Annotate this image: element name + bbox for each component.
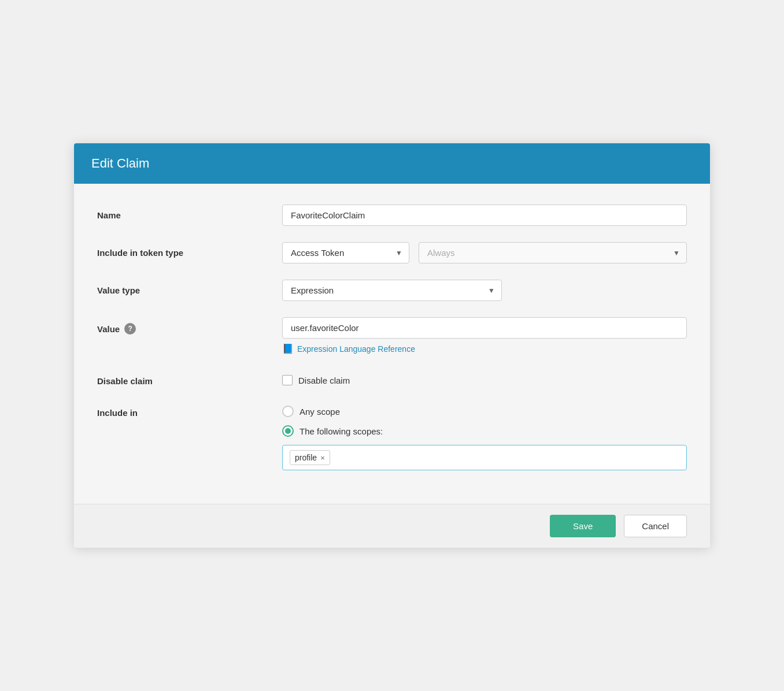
modal-header: Edit Claim [74, 143, 710, 184]
token-frequency-select-wrapper: Always ▼ [419, 242, 687, 263]
name-field-area [282, 205, 687, 226]
token-type-row: Include in token type Access Token ID To… [97, 242, 687, 263]
modal-footer: Save Cancel [74, 504, 710, 548]
scopes-input-area[interactable]: profile × [282, 445, 687, 470]
disable-claim-checkbox[interactable] [282, 375, 293, 385]
scope-radio-group: Any scope The following scopes: [282, 402, 687, 437]
save-button[interactable]: Save [550, 515, 616, 537]
following-scopes-radio-label: The following scopes: [299, 426, 383, 436]
any-scope-radio-row[interactable]: Any scope [282, 406, 687, 417]
disable-claim-row: Disable claim Disable claim [97, 370, 687, 386]
include-in-row: Include in Any scope The following scope… [97, 402, 687, 470]
scope-tag-profile: profile × [290, 450, 330, 465]
name-label: Name [97, 205, 282, 220]
book-icon: 📘 [282, 343, 294, 354]
value-type-select-wrapper: Expression Constant Claim ▼ [282, 280, 502, 301]
value-type-row: Value type Expression Constant Claim ▼ [97, 280, 687, 301]
value-input[interactable] [282, 317, 687, 339]
token-type-select-row: Access Token ID Token Userinfo ▼ Always … [282, 242, 687, 263]
value-control-area: 📘 Expression Language Reference [282, 317, 687, 354]
disable-claim-checkbox-row: Disable claim [282, 370, 687, 385]
expression-language-link[interactable]: 📘 Expression Language Reference [282, 343, 687, 354]
token-type-select-wrapper: Access Token ID Token Userinfo ▼ [282, 242, 409, 263]
following-scopes-radio[interactable] [282, 425, 294, 437]
token-type-select[interactable]: Access Token ID Token Userinfo [282, 242, 409, 263]
name-row: Name [97, 205, 687, 226]
disable-claim-control-area: Disable claim [282, 370, 687, 385]
include-in-control-area: Any scope The following scopes: profile … [282, 402, 687, 470]
any-scope-radio[interactable] [282, 406, 294, 417]
token-type-label: Include in token type [97, 242, 282, 258]
following-scopes-radio-row[interactable]: The following scopes: [282, 425, 687, 437]
token-type-controls: Access Token ID Token Userinfo ▼ Always … [282, 242, 687, 263]
modal-body: Name Include in token type Access Token … [74, 184, 710, 504]
disable-claim-checkbox-label: Disable claim [298, 376, 350, 385]
expression-link-text: Expression Language Reference [297, 344, 415, 354]
value-type-select[interactable]: Expression Constant Claim [282, 280, 502, 301]
scope-tag-profile-remove[interactable]: × [320, 454, 325, 462]
any-scope-radio-label: Any scope [299, 407, 340, 417]
include-in-label: Include in [97, 402, 282, 418]
value-row: Value ? 📘 Expression Language Reference [97, 317, 687, 354]
value-type-control-area: Expression Constant Claim ▼ [282, 280, 687, 301]
value-type-label: Value type [97, 280, 282, 295]
value-label-text: Value [97, 324, 120, 334]
disable-claim-label: Disable claim [97, 370, 282, 386]
token-frequency-select[interactable]: Always [419, 242, 687, 263]
modal-title: Edit Claim [91, 156, 693, 171]
cancel-button[interactable]: Cancel [624, 515, 687, 537]
name-input[interactable] [282, 205, 687, 226]
value-help-icon[interactable]: ? [124, 323, 136, 335]
value-label: Value ? [97, 317, 282, 335]
edit-claim-modal: Edit Claim Name Include in token type Ac… [74, 143, 710, 548]
scope-tag-profile-label: profile [295, 453, 317, 462]
